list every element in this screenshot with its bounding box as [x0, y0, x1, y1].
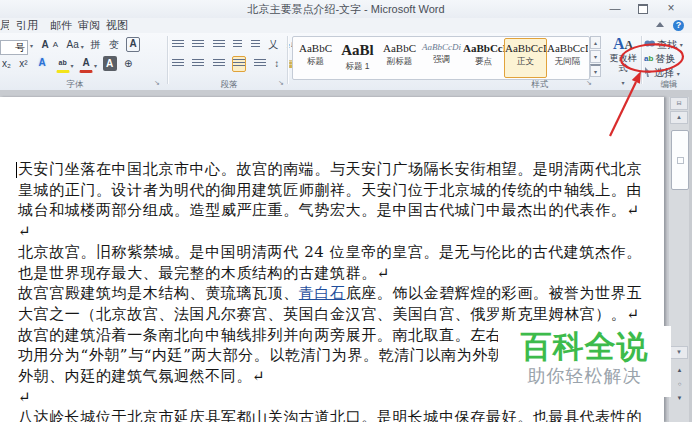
doc-line: ↵ — [18, 388, 31, 409]
character-border-button[interactable]: A — [126, 37, 140, 52]
watermark-title: 百科全说 — [498, 330, 671, 364]
multilevel-list-button[interactable] — [212, 37, 226, 53]
doc-line-with-link: 故宫宫殿建筑均是木结构、黄琉璃瓦顶、青白石底座。饰以金碧辉煌的彩画。被誉为世界五 — [18, 284, 642, 305]
window-title: 北京主要景点介绍-文字 - Microsoft Word — [0, 2, 692, 17]
gallery-scroll-down-icon[interactable]: ▾ — [590, 50, 601, 63]
align-right-button[interactable] — [212, 56, 226, 72]
style-item-normal[interactable]: AaBbCcDc 正文 — [504, 38, 547, 78]
doc-line: 也是世界现存最大、最完整的木质结构的古建筑群。↵ — [18, 264, 390, 285]
close-button[interactable]: × — [660, 1, 682, 16]
paragraph-group: 乂 ₂↓ ¶ ↕ ▦ ⊞ 段落 ↘ — [170, 33, 286, 90]
grow-font-button[interactable]: A — [40, 37, 49, 53]
watermark-subtitle: 助你轻松解决 — [498, 364, 671, 388]
font-size-dropdown-icon[interactable]: ▾ — [29, 39, 34, 55]
scroll-up-button[interactable]: ▲ — [670, 111, 688, 124]
numbering-button[interactable] — [191, 37, 205, 53]
paragraph-dialog-launcher[interactable]: ↘ — [278, 79, 284, 87]
subscript-button[interactable]: x₂ — [1, 56, 12, 72]
enclose-characters-button[interactable]: ⊕ — [123, 56, 133, 72]
scrollbar-grip — [677, 157, 684, 164]
select-icon — [644, 67, 652, 80]
change-case-dropdown-icon[interactable]: ▾ — [81, 44, 84, 50]
vertical-scrollbar[interactable]: ⊟ ▲ ▼ ▲ ○ ▼ — [669, 97, 689, 422]
replace-icon: ab — [644, 53, 653, 65]
scrollbar-thumb[interactable] — [671, 130, 689, 190]
style-item-emphasis[interactable]: AaBbCcDi 强调 — [420, 38, 463, 78]
styles-dialog-launcher[interactable]: ↘ — [586, 79, 592, 87]
watermark-badge: 百科全说 助你轻松解决 — [498, 326, 671, 397]
style-item-title[interactable]: AaBbC 标题 — [294, 38, 337, 78]
group-separator — [641, 36, 643, 84]
gallery-scroll-up-icon[interactable]: ▴ — [590, 36, 601, 49]
change-styles-icon: AA — [613, 35, 633, 52]
editing-group: 查找 ▾ ab替换 选择 ▾ 编辑 — [644, 33, 692, 90]
align-center-button[interactable] — [191, 56, 205, 72]
select-dropdown-icon: ▾ — [677, 71, 680, 77]
font-color-button[interactable]: A — [79, 56, 93, 73]
align-left-button[interactable] — [171, 56, 185, 72]
styles-gallery: AaBbC 标题 AaBl 标题 1 AaBbC 副标题 AaBbCcDi 强调… — [292, 36, 590, 80]
doc-line: 天安门坐落在中国北京市中心。故宫的南端。与天安门广场隔长安街相望。是明清两代北京 — [18, 160, 642, 181]
word-window: 北京主要景点介绍-文字 - Microsoft Word — × 局 引用 邮件… — [0, 0, 692, 422]
change-case-button[interactable]: Aa — [66, 37, 80, 53]
shrink-font-button[interactable]: A — [52, 37, 59, 53]
font-color-dropdown-icon[interactable]: ▾ — [94, 63, 97, 69]
document-area: 天安门坐落在中国北京市中心。故宫的南端。与天安门广场隔长安街相望。是明清两代北京… — [0, 90, 692, 422]
tab-mailings[interactable]: 邮件 — [50, 18, 72, 33]
group-separator — [287, 36, 289, 84]
doc-line: 北京故宫。旧称紫禁城。是中国明清两代 24 位皇帝的皇宫。是无与伦比的古代建筑杰… — [18, 243, 642, 264]
highlight-dropdown-icon[interactable]: ▾ — [71, 63, 74, 69]
doc-line: 功用分为“外朝”与“内廷”两大部分。以乾清门为界。乾清门以南为外朝。以北为内 — [18, 346, 581, 367]
character-scale-button[interactable]: 变 — [108, 37, 120, 53]
next-page-button[interactable]: ▼ — [673, 392, 686, 404]
gallery-more-icon[interactable]: ▾ — [590, 64, 601, 77]
doc-line: 八达岭长城位于北京市延庆县军都山关沟古道北口。是明长城中保存最好。也最具代表性的 — [18, 408, 642, 422]
text-effects-button[interactable]: A — [35, 56, 49, 71]
help-button[interactable]: ? — [673, 20, 684, 31]
superscript-button[interactable]: x² — [18, 56, 28, 72]
minimize-ribbon-icon[interactable] — [656, 22, 664, 27]
ribbon-tab-bar: 局 引用 邮件 审阅 视图 ? — [0, 18, 692, 33]
style-item-subtitle[interactable]: AaBbC 副标题 — [378, 38, 421, 78]
font-size-input[interactable]: 号 — [0, 40, 28, 55]
phonetic-guide-button[interactable]: 拼 — [89, 37, 101, 53]
change-styles-dropdown-icon: ▾ — [621, 80, 624, 86]
minimize-button[interactable]: — — [604, 1, 626, 16]
replace-button[interactable]: ab替换 — [644, 53, 675, 65]
find-button[interactable]: 查找 ▾ — [644, 39, 683, 51]
doc-line: 外朝、内廷的建筑气氛迥然不同。↵ — [18, 367, 265, 388]
previous-page-button[interactable]: ▲ — [673, 364, 686, 376]
doc-line: ↵ — [18, 222, 31, 243]
find-dropdown-icon: ▾ — [680, 42, 683, 48]
font-dialog-launcher[interactable]: ↘ — [154, 79, 160, 87]
doc-line: 城台和城楼两部分组成。造型威严庄重。气势宏大。是中国古代城门中最杰出的代表作。↵ — [18, 201, 640, 222]
group-separator — [167, 36, 169, 84]
ruler-toggle-button[interactable]: ⊟ — [670, 97, 688, 110]
line-spacing-button[interactable]: ↕ — [273, 56, 280, 72]
bullets-button[interactable] — [171, 37, 185, 53]
select-browse-object-button[interactable]: ○ — [673, 378, 686, 390]
asian-layout-button[interactable]: 乂 — [267, 37, 279, 53]
distribute-button[interactable] — [253, 56, 267, 72]
increase-indent-button[interactable] — [250, 37, 261, 53]
change-styles-button[interactable]: AA 更改样式 ▾ — [606, 35, 640, 83]
qingbaishi-hyperlink[interactable]: 青白石 — [299, 284, 346, 302]
scroll-down-button[interactable]: ▼ — [670, 346, 688, 359]
tab-review[interactable]: 审阅 — [78, 18, 100, 33]
style-item-heading1[interactable]: AaBl 标题 1 — [336, 38, 379, 78]
text-highlight-button[interactable]: ab — [56, 56, 70, 73]
decrease-indent-button[interactable] — [232, 37, 243, 53]
restore-button[interactable] — [632, 1, 654, 16]
style-item-keypoint[interactable]: AaBbCcD 要点 — [462, 38, 505, 78]
character-shading-button[interactable]: A — [103, 56, 117, 71]
justify-button[interactable] — [232, 56, 246, 72]
styles-group: AaBbC 标题 AaBl 标题 1 AaBbC 副标题 AaBbCcDi 强调… — [290, 33, 640, 90]
styles-gallery-scroll: ▴ ▾ ▾ — [590, 36, 601, 78]
tab-page-layout-partial[interactable]: 局 — [0, 18, 9, 33]
tab-references[interactable]: 引用 — [16, 18, 38, 33]
text-caret — [16, 162, 17, 178]
style-item-nospacing[interactable]: AaBbCcDc 无间隔 — [546, 38, 589, 78]
doc-line: 大宫之一（北京故宫、法国凡尔赛宫、英国白金汉宫、美国白宫、俄罗斯克里姆林宫）。↵ — [18, 305, 640, 326]
tab-view[interactable]: 视图 — [106, 18, 128, 33]
title-bar: 北京主要景点介绍-文字 - Microsoft Word — × — [0, 0, 692, 19]
